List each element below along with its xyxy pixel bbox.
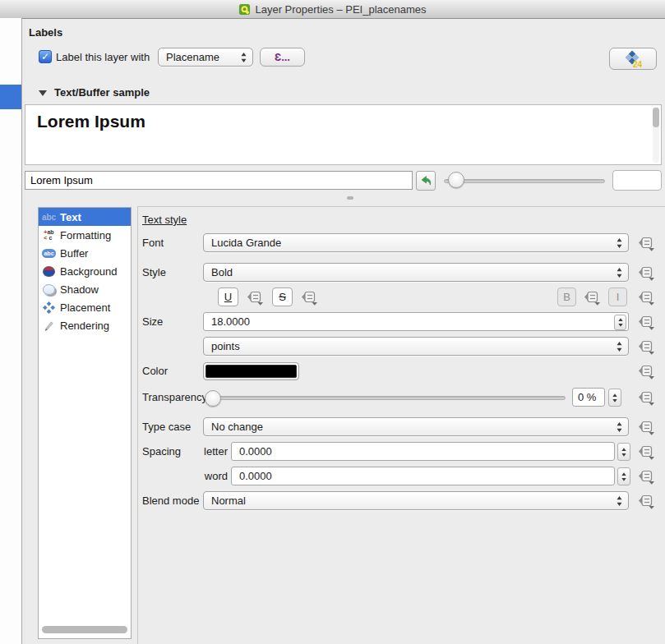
data-defined-override-icon bbox=[637, 314, 655, 330]
sample-vertical-scrollbar[interactable] bbox=[653, 107, 659, 163]
data-defined-override-button[interactable] bbox=[635, 491, 658, 511]
strikeout-button-label: S bbox=[279, 291, 286, 303]
bold-button[interactable]: B bbox=[557, 288, 576, 306]
layer-properties-dialog: 24 Layer Properties – PEI_placenames Lab… bbox=[0, 0, 665, 644]
data-defined-override-button[interactable] bbox=[635, 361, 658, 381]
splitter-handle[interactable] bbox=[347, 196, 353, 200]
underline-button[interactable]: U bbox=[218, 288, 238, 306]
data-defined-override-icon bbox=[637, 389, 655, 406]
data-defined-override-button[interactable] bbox=[635, 312, 658, 332]
sidebar-item-formatting[interactable]: +ab< c Formatting bbox=[39, 226, 131, 244]
text-abc-icon: abc bbox=[42, 210, 56, 223]
type-case-combobox[interactable]: No change bbox=[203, 417, 629, 436]
data-defined-override-icon bbox=[637, 419, 655, 435]
size-spinbox-value: 18.0000 bbox=[211, 315, 250, 328]
spinbox-stepper[interactable] bbox=[608, 389, 621, 407]
sidebar-item-shadow[interactable]: Shadow bbox=[39, 280, 131, 298]
font-label: Font bbox=[142, 233, 164, 252]
sample-text-input[interactable] bbox=[25, 171, 413, 190]
data-defined-override-button[interactable] bbox=[580, 288, 603, 307]
size-spinbox[interactable]: 18.0000 bbox=[203, 312, 629, 331]
sidebar-item-label: Formatting bbox=[60, 229, 111, 242]
data-defined-override-icon bbox=[637, 493, 655, 509]
data-defined-override-button[interactable] bbox=[635, 233, 658, 253]
rendering-brush-icon bbox=[42, 319, 56, 332]
transparency-label: Transparency bbox=[142, 388, 207, 407]
combo-updown-icon bbox=[617, 422, 622, 432]
italic-button-label: I bbox=[617, 291, 620, 303]
transparency-slider[interactable] bbox=[210, 396, 566, 400]
label-settings-list: abc Text +ab< c Formatting abc Buffer Ba… bbox=[38, 207, 132, 639]
collapse-triangle-icon[interactable] bbox=[39, 90, 47, 96]
field-combobox[interactable]: Placename bbox=[158, 48, 253, 67]
transparency-spinbox[interactable]: 0 % bbox=[572, 388, 605, 407]
data-defined-override-button[interactable] bbox=[635, 388, 658, 407]
placement-diamonds-icon bbox=[42, 301, 56, 314]
data-defined-override-button[interactable] bbox=[635, 442, 658, 462]
data-defined-override-button[interactable] bbox=[635, 417, 658, 437]
sidebar-item-buffer[interactable]: abc Buffer bbox=[39, 244, 131, 262]
label-this-layer-label: Label this layer with bbox=[56, 48, 150, 67]
italic-button[interactable]: I bbox=[608, 288, 627, 306]
spinbox-stepper[interactable] bbox=[617, 443, 630, 461]
auto-placement-button[interactable] bbox=[609, 48, 657, 70]
strikeout-button[interactable]: S bbox=[272, 288, 293, 306]
sample-scale-box bbox=[612, 170, 662, 191]
type-case-label: Type case bbox=[142, 417, 191, 436]
sample-reset-button[interactable] bbox=[416, 171, 436, 191]
data-defined-override-button[interactable] bbox=[635, 288, 658, 307]
sidebar-item-label: Shadow bbox=[60, 283, 99, 296]
style-label: Style bbox=[142, 263, 166, 282]
data-defined-override-button[interactable] bbox=[243, 288, 266, 307]
spinbox-stepper[interactable] bbox=[617, 467, 630, 485]
spacing-word-label: word bbox=[192, 467, 228, 485]
stepper-updown-icon bbox=[618, 318, 623, 327]
sidebar-item-label: Buffer bbox=[60, 247, 88, 260]
transparency-value: 0 % bbox=[578, 391, 596, 403]
sidebar-item-placement[interactable]: Placement bbox=[39, 298, 131, 316]
field-combobox-value: Placename bbox=[166, 51, 219, 63]
sample-size-slider-handle[interactable] bbox=[448, 172, 464, 188]
data-defined-override-button[interactable] bbox=[635, 467, 658, 486]
transparency-slider-handle[interactable] bbox=[205, 390, 221, 407]
spinbox-stepper[interactable] bbox=[614, 315, 626, 330]
sidebar-item-text[interactable]: abc Text bbox=[39, 208, 131, 226]
style-combobox[interactable]: Bold bbox=[203, 263, 629, 282]
data-defined-override-icon bbox=[583, 289, 601, 306]
color-swatch-button[interactable] bbox=[203, 362, 299, 380]
color-swatch-fill bbox=[206, 365, 297, 378]
sample-size-slider[interactable] bbox=[444, 179, 605, 183]
outer-tab-selected-labels[interactable] bbox=[0, 85, 21, 109]
list-horizontal-scrollbar[interactable] bbox=[42, 626, 127, 633]
sidebar-item-background[interactable]: Background bbox=[39, 262, 131, 280]
data-defined-override-button[interactable] bbox=[298, 288, 321, 307]
data-defined-override-icon bbox=[637, 235, 655, 251]
spacing-label: Spacing bbox=[142, 442, 181, 461]
combo-updown-icon bbox=[241, 53, 247, 62]
font-combobox[interactable]: Lucida Grande bbox=[203, 233, 629, 252]
size-label: Size bbox=[142, 312, 163, 331]
window-title: Layer Properties – PEI_placenames bbox=[255, 3, 426, 16]
letter-spacing-value: 0.0000 bbox=[239, 445, 272, 458]
expression-builder-button[interactable]: Ɛ... bbox=[260, 48, 305, 67]
combo-updown-icon bbox=[617, 268, 622, 278]
stepper-updown-icon bbox=[612, 393, 617, 402]
data-defined-override-icon bbox=[637, 363, 655, 380]
blend-mode-label: Blend mode bbox=[142, 491, 199, 510]
formatting-icon: +ab< c bbox=[42, 228, 56, 242]
size-units-combobox[interactable]: points bbox=[203, 337, 629, 356]
data-defined-override-button[interactable] bbox=[635, 263, 658, 283]
shadow-shape-icon bbox=[42, 283, 56, 296]
letter-spacing-spinbox[interactable]: 0.0000 bbox=[231, 442, 615, 461]
sidebar-item-label: Background bbox=[60, 265, 117, 278]
word-spacing-spinbox[interactable]: 0.0000 bbox=[231, 467, 615, 485]
data-defined-override-button[interactable] bbox=[635, 337, 658, 356]
data-defined-override-icon bbox=[246, 289, 264, 306]
word-spacing-value: 0.0000 bbox=[239, 470, 272, 482]
sidebar-item-label: Placement bbox=[60, 301, 110, 314]
text-buffer-sample-box: Lorem Ipsum bbox=[25, 104, 662, 165]
sidebar-item-rendering[interactable]: Rendering bbox=[39, 316, 131, 334]
scrollbar-thumb[interactable] bbox=[653, 108, 659, 127]
label-this-layer-checkbox[interactable]: ✓ bbox=[39, 50, 52, 63]
blend-mode-combobox[interactable]: Normal bbox=[203, 491, 629, 510]
